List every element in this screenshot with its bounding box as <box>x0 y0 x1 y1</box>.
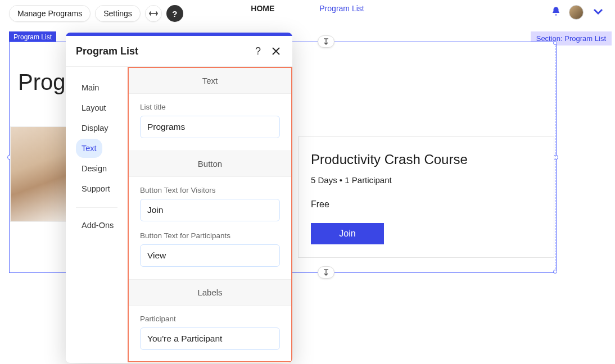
section-heading-labels: Labels <box>129 280 291 305</box>
selection-tag: Program List <box>9 31 56 43</box>
section-heading-text: Text <box>129 68 291 93</box>
visitors-button-label: Button Text for Visitors <box>140 186 280 194</box>
sidebar-item-layout[interactable]: Layout <box>76 98 112 117</box>
sidebar-item-addons[interactable]: Add-Ons <box>76 216 119 235</box>
manage-programs-button[interactable]: Manage Programs <box>9 5 91 22</box>
sidebar-item-design[interactable]: Design <box>76 159 112 178</box>
chevron-down-icon[interactable] <box>591 4 605 20</box>
join-button[interactable]: Join <box>311 223 384 244</box>
list-title-label: List title <box>140 103 280 111</box>
help-icon[interactable]: ? <box>166 5 183 22</box>
stretch-handle-bottom[interactable] <box>318 266 334 279</box>
program-title: Productivity Crash Course <box>311 152 541 167</box>
panel-title: Program List <box>76 46 246 57</box>
visitors-button-input[interactable] <box>140 199 280 221</box>
participants-button-input[interactable] <box>140 244 280 267</box>
sidebar-item-display[interactable]: Display <box>76 119 114 138</box>
expand-icon[interactable] <box>145 5 162 22</box>
participant-input[interactable] <box>140 327 280 350</box>
panel-content: Text List title Button Button Text for V… <box>128 67 292 362</box>
participant-label: Participant <box>140 315 280 323</box>
topbar-right <box>551 4 605 20</box>
stretch-handle-top[interactable] <box>318 35 334 48</box>
section-divider <box>555 43 555 272</box>
settings-button[interactable]: Settings <box>95 5 141 22</box>
avatar[interactable] <box>569 5 584 20</box>
panel-help-icon[interactable]: ? <box>252 45 264 57</box>
program-card: Productivity Crash Course 5 Days • 1 Par… <box>298 136 554 258</box>
sidebar-item-main[interactable]: Main <box>76 78 105 97</box>
section-heading-button: Button <box>129 151 291 176</box>
program-thumbnail <box>10 126 66 222</box>
panel-header: Program List ? <box>66 36 292 67</box>
sidebar-divider <box>76 207 117 208</box>
nav-program-list[interactable]: Program List <box>319 4 364 13</box>
participants-button-label: Button Text for Participants <box>140 231 280 240</box>
sidebar-item-support[interactable]: Support <box>76 179 116 198</box>
sidebar-item-text[interactable]: Text <box>76 139 102 158</box>
topbar: Manage Programs Settings ? HOME Program … <box>0 0 615 27</box>
page-nav: HOME Program List <box>228 0 386 17</box>
close-icon[interactable] <box>270 45 282 57</box>
nav-home[interactable]: HOME <box>251 4 274 13</box>
program-meta: 5 Days • 1 Participant <box>311 175 541 185</box>
notifications-icon[interactable] <box>551 6 561 19</box>
panel-sidebar: Main Layout Display Text Design Support … <box>66 67 128 362</box>
list-title-input[interactable] <box>140 116 280 138</box>
settings-panel: Program List ? Main Layout Display Text … <box>66 33 292 363</box>
program-price: Free <box>311 199 541 210</box>
